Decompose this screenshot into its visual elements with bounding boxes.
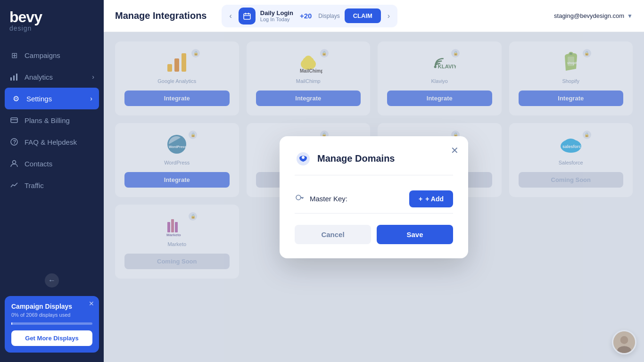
plans-icon [9, 115, 19, 125]
analytics-arrow-icon: › [92, 73, 94, 81]
header: Manage Integrations ‹ Daily Login Log In… [104, 0, 644, 32]
campaign-displays-close-icon[interactable]: ✕ [89, 300, 94, 307]
modal-close-button[interactable]: ✕ [451, 146, 459, 155]
traffic-icon [9, 181, 19, 190]
banner-reward: +20 [300, 12, 312, 20]
sidebar-item-traffic[interactable]: Traffic [0, 174, 104, 196]
settings-arrow-icon: › [90, 95, 92, 102]
modal-form-row: Master Key: + + Add [295, 185, 453, 214]
faq-icon: ? [9, 137, 19, 147]
sidebar-logo: bevy design [0, 0, 104, 40]
svg-point-7 [13, 161, 16, 164]
analytics-icon [9, 72, 19, 82]
svg-rect-1 [13, 75, 15, 81]
sidebar-item-label: FAQ & Helpdesk [25, 138, 77, 146]
campaigns-icon: ⊞ [9, 50, 19, 60]
displays-progress-bar [11, 322, 92, 325]
svg-rect-2 [16, 74, 17, 81]
svg-point-35 [302, 156, 305, 159]
sidebar-item-faq[interactable]: ? FAQ & Helpdesk [0, 131, 104, 153]
user-menu[interactable]: staging@bevydesign.com ▼ [554, 12, 633, 19]
svg-text:?: ? [13, 139, 17, 145]
settings-icon: ⚙ [11, 94, 21, 103]
campaign-displays-title: Campaign Displays [11, 303, 92, 310]
modal-title: Manage Domains [317, 153, 395, 164]
logo-name: bevy [9, 9, 94, 25]
user-dropdown-icon: ▼ [627, 13, 633, 19]
page-title: Manage Integrations [115, 10, 206, 21]
sidebar-item-label: Contacts [25, 160, 52, 168]
sidebar-back-button[interactable]: ← [0, 270, 104, 290]
sidebar-nav: ⊞ Campaigns Analytics › ⚙ Settings › Pla… [0, 40, 104, 270]
manage-domains-modal: Manage Domains ✕ Master Key: + [280, 136, 468, 258]
master-key-label: Master Key: [310, 195, 404, 203]
add-plus-icon: + [419, 195, 422, 203]
banner-subtitle: Log In Today [260, 16, 293, 22]
sidebar-item-label: Campaigns [25, 51, 60, 59]
campaign-displays-subtitle: 0% of 2069 displays used [11, 312, 92, 318]
logo-tagline: design [9, 25, 94, 32]
svg-rect-8 [244, 14, 250, 19]
get-more-displays-button[interactable]: Get More Displays [11, 330, 92, 346]
master-key-icon [295, 193, 304, 205]
modal-cancel-button[interactable]: Cancel [295, 225, 371, 244]
banner-title: Daily Login [260, 9, 293, 16]
sidebar-item-label: Traffic [25, 181, 44, 189]
sidebar-item-campaigns[interactable]: ⊞ Campaigns [0, 44, 104, 66]
sidebar-item-label: Plans & Billing [25, 116, 70, 124]
campaign-displays-card: ✕ Campaign Displays 0% of 2069 displays … [5, 296, 99, 353]
banner-icon [239, 8, 256, 25]
main-content: Manage Integrations ‹ Daily Login Log In… [104, 0, 644, 362]
modal-overlay[interactable]: Manage Domains ✕ Master Key: + [104, 32, 644, 362]
sidebar: bevy design ⊞ Campaigns Analytics › ⚙ Se… [0, 0, 104, 362]
sidebar-item-contacts[interactable]: Contacts [0, 153, 104, 174]
integrations-content: 🔒 Google Analytics Integrate 🔒 [104, 32, 644, 362]
banner-prev-button[interactable]: ‹ [227, 11, 233, 21]
claim-button[interactable]: CLAIM [345, 8, 381, 23]
sidebar-item-analytics[interactable]: Analytics › [0, 66, 104, 88]
modal-actions: Cancel Save [295, 225, 453, 244]
banner-text: Daily Login Log In Today [260, 9, 293, 22]
sidebar-item-plans-billing[interactable]: Plans & Billing [0, 109, 104, 131]
modal-add-button[interactable]: + + Add [409, 190, 453, 207]
contacts-icon [9, 159, 19, 168]
banner-next-button[interactable]: › [386, 11, 392, 21]
modal-header: Manage Domains ✕ [295, 150, 453, 175]
sidebar-item-label: Analytics [25, 73, 53, 81]
displays-progress-fill [11, 322, 12, 325]
sidebar-item-label: Settings [26, 95, 52, 103]
user-email: staging@bevydesign.com [554, 12, 624, 19]
sidebar-bottom: ✕ Campaign Displays 0% of 2069 displays … [0, 290, 104, 362]
back-arrow-icon: ← [45, 273, 59, 288]
daily-login-banner: ‹ Daily Login Log In Today +20 Displays … [222, 5, 397, 27]
add-label: + Add [425, 195, 444, 203]
modal-icon [295, 150, 312, 167]
sidebar-item-settings[interactable]: ⚙ Settings › [5, 88, 99, 109]
banner-displays: Displays [318, 13, 339, 19]
svg-point-36 [296, 195, 301, 200]
svg-rect-0 [10, 77, 12, 81]
modal-save-button[interactable]: Save [377, 225, 453, 244]
svg-rect-3 [11, 118, 17, 123]
